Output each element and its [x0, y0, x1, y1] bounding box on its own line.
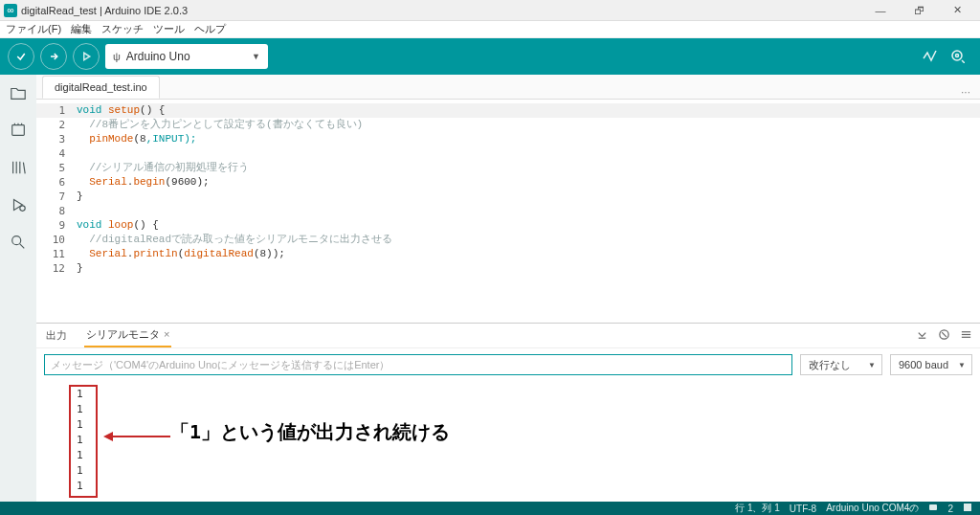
close-button[interactable]: ✕ — [938, 0, 976, 21]
chevron-down-icon: ▼ — [252, 52, 260, 61]
app-icon — [4, 4, 17, 17]
encoding[interactable]: UTF-8 — [790, 504, 816, 514]
window-titlebar: digitalRead_test | Arduino IDE 2.0.3 — 🗗… — [0, 0, 980, 21]
menu-tool[interactable]: ツール — [153, 22, 185, 36]
toolbar: ψ Arduino Uno ▼ — [0, 38, 980, 75]
activity-bar — [0, 75, 36, 502]
svg-point-13 — [20, 206, 25, 211]
status-board[interactable]: Arduino Uno COM4の — [826, 502, 919, 515]
close-panel-icon[interactable] — [963, 503, 972, 514]
svg-marker-0 — [84, 53, 90, 60]
menu-edit[interactable]: 編集 — [71, 22, 92, 36]
serial-line: 1 — [77, 463, 83, 479]
sketchbook-icon[interactable] — [10, 84, 27, 104]
serial-line: 1 — [77, 417, 83, 433]
line-number: 10 — [36, 233, 77, 247]
maximize-button[interactable]: 🗗 — [900, 0, 938, 21]
window-title: digitalRead_test | Arduino IDE 2.0.3 — [21, 5, 188, 16]
line-number: 9 — [36, 218, 77, 233]
serial-line: 1 — [77, 479, 83, 494]
placeholder-text: メッセージ（'COM4'のArduino Unoにメッセージを送信するにはEnt… — [51, 358, 390, 372]
status-bar: 行 1、列 1 UTF-8 Arduino Uno COM4の 2 — [0, 502, 980, 515]
chevron-down-icon: ▼ — [868, 361, 876, 369]
annotation-box — [69, 385, 98, 498]
usb-icon: ψ — [113, 51, 121, 62]
svg-point-2 — [956, 54, 959, 56]
editor-tabs: digitalRead_test.ino ··· — [36, 75, 980, 100]
serial-line: 1 — [77, 433, 83, 448]
line-number: 8 — [36, 204, 77, 218]
bottom-panel: 出力 シリアルモニタ× メッセージ（'COM4'のArduino Unoにメッセ… — [36, 323, 980, 502]
tab-output[interactable]: 出力 — [44, 325, 69, 347]
menu-sketch[interactable]: スケッチ — [101, 22, 144, 36]
menu-file[interactable]: ファイル(F) — [6, 22, 61, 36]
svg-rect-26 — [964, 508, 971, 511]
annotation-text: 「1」という値が出力され続ける — [170, 419, 450, 445]
svg-rect-24 — [929, 504, 937, 510]
debug-button[interactable] — [73, 43, 100, 70]
svg-line-3 — [962, 60, 965, 63]
svg-line-11 — [23, 163, 25, 174]
serial-monitor-icon[interactable] — [949, 48, 965, 66]
annotation-arrow — [103, 431, 170, 445]
board-name: Arduino Uno — [126, 50, 190, 63]
svg-marker-23 — [103, 432, 113, 441]
line-number: 11 — [36, 247, 77, 261]
line-number: 2 — [36, 118, 77, 132]
serial-line: 1 — [77, 387, 83, 402]
notification-icon[interactable] — [928, 503, 938, 514]
expand-down-icon[interactable] — [916, 328, 928, 343]
svg-point-14 — [12, 236, 21, 245]
notification-count: 2 — [947, 504, 953, 514]
serial-output: 1 1 1 1 1 1 1 「1」という値が出力され続ける — [36, 381, 980, 502]
serial-line: 1 — [77, 402, 83, 417]
minimize-button[interactable]: — — [861, 0, 900, 21]
baud-rate-select[interactable]: 9600 baud▼ — [890, 354, 972, 375]
clear-icon[interactable] — [938, 328, 950, 343]
boards-manager-icon[interactable] — [10, 122, 27, 142]
editor-tab[interactable]: digitalRead_test.ino — [42, 76, 160, 99]
upload-button[interactable] — [40, 43, 67, 70]
chevron-down-icon: ▼ — [958, 361, 966, 369]
line-number: 3 — [36, 132, 77, 146]
line-ending-select[interactable]: 改行なし▼ — [800, 354, 882, 375]
menu-bar: ファイル(F) 編集 スケッチ ツール ヘルプ — [0, 21, 980, 38]
svg-point-1 — [952, 51, 962, 60]
serial-line: 1 — [77, 448, 83, 463]
serial-plotter-icon[interactable] — [923, 48, 938, 66]
debug-icon[interactable] — [10, 196, 27, 216]
search-icon[interactable] — [10, 234, 27, 254]
serial-values: 1 1 1 1 1 1 1 — [77, 387, 83, 494]
tab-label: digitalRead_test.ino — [55, 81, 147, 93]
line-number: 5 — [36, 161, 77, 175]
line-number: 7 — [36, 190, 77, 204]
tab-serial-monitor[interactable]: シリアルモニタ× — [84, 324, 171, 347]
cursor-position[interactable]: 行 1、列 1 — [735, 502, 780, 515]
line-number: 1 — [36, 103, 77, 118]
svg-rect-4 — [12, 125, 25, 136]
tab-overflow-button[interactable]: ··· — [951, 85, 980, 99]
svg-line-15 — [20, 244, 25, 248]
code-editor[interactable]: 1void setup() { 2 //8番ピンを入力ピンとして設定する(書かな… — [36, 100, 980, 323]
line-number: 6 — [36, 175, 77, 190]
line-number: 12 — [36, 261, 77, 276]
svg-line-18 — [942, 332, 947, 337]
menu-help[interactable]: ヘルプ — [194, 22, 226, 36]
verify-button[interactable] — [8, 43, 34, 70]
panel-menu-icon[interactable] — [960, 328, 972, 343]
close-icon[interactable]: × — [164, 328, 169, 340]
library-manager-icon[interactable] — [10, 159, 27, 179]
svg-marker-12 — [14, 200, 23, 211]
board-selector[interactable]: ψ Arduino Uno ▼ — [105, 44, 268, 69]
serial-message-input[interactable]: メッセージ（'COM4'のArduino Unoにメッセージを送信するにはEnt… — [44, 354, 792, 375]
line-number: 4 — [36, 146, 77, 161]
